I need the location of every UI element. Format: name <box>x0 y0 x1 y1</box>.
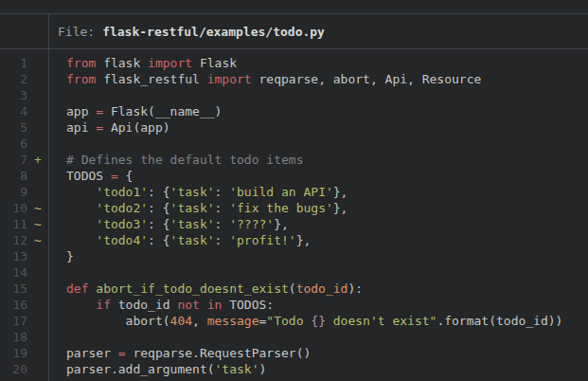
code-text: parser.add_argument('task') <box>48 361 266 377</box>
code-line: 19parser = reqparse.RequestParser() <box>0 345 588 361</box>
code-text: 'todo3': {'task': '????'}, <box>48 216 289 232</box>
code-text: 'todo4': {'task': 'profit!'}, <box>48 232 311 248</box>
line-number: 19 <box>0 345 27 361</box>
diff-marker-none <box>27 345 48 361</box>
line-number: 15 <box>0 281 27 297</box>
code-segment: todo_id <box>111 298 177 312</box>
code-line: 16 if todo_id not in TODOS: <box>0 297 588 313</box>
code-segment: 'todo3' <box>96 217 148 231</box>
code-text: def abort_if_todo_doesnt_exist(todo_id): <box>48 281 363 297</box>
code-text: from flask_restful import reqparse, abor… <box>48 71 481 87</box>
code-segment: Api(app) <box>103 120 169 135</box>
code-segment: todo_id <box>296 281 348 296</box>
code-segment: parser.add_argument( <box>66 362 215 376</box>
diff-marker-none <box>27 55 48 71</box>
code-segment: def <box>66 281 88 296</box>
code-segment: app <box>66 104 96 118</box>
diff-marker-none <box>27 87 48 103</box>
line-number: 3 <box>0 87 27 103</box>
code-text <box>48 329 66 345</box>
code-segment: }, <box>296 233 312 247</box>
code-segment <box>66 185 96 199</box>
code-segment <box>66 201 96 215</box>
code-line: 10~ 'todo2': {'task': 'fix the bugs'}, <box>0 200 588 216</box>
code-segment: from <box>66 56 96 70</box>
code-text <box>48 87 66 103</box>
code-segment: : <box>215 201 230 215</box>
diff-marker-none <box>27 313 48 329</box>
diff-marker-modified: ~ <box>27 232 48 248</box>
code-segment: } <box>66 249 74 263</box>
code-segment: 'fix the bugs' <box>229 201 333 215</box>
line-number: 12 <box>0 232 27 248</box>
line-number: 8 <box>0 168 27 184</box>
diff-marker-none <box>27 297 48 313</box>
line-number: 6 <box>0 136 27 152</box>
code-segment: : { <box>148 185 169 199</box>
code-segment: : { <box>148 233 169 247</box>
code-segment: }, <box>333 201 348 215</box>
line-number: 9 <box>0 184 27 200</box>
code-line: 18 <box>0 329 588 345</box>
code-segment: flask_restful <box>96 72 206 86</box>
code-segment: 'todo4' <box>96 233 148 247</box>
code-line: 13} <box>0 248 588 264</box>
diff-marker-none <box>27 119 48 136</box>
code-segment: 'todo2' <box>96 201 148 215</box>
code-segment: { <box>118 169 134 183</box>
diff-marker-none <box>27 103 48 119</box>
code-text: abort(404, message="Todo {} doesn't exis… <box>48 313 562 329</box>
code-segment <box>66 233 96 247</box>
code-segment: .format(todo_id)) <box>437 314 562 328</box>
code-segment: : { <box>148 201 169 215</box>
code-area: 1from flask import Flask2from flask_rest… <box>0 49 588 377</box>
code-segment: parser <box>66 346 118 360</box>
code-line: 11~ 'todo3': {'task': '????'}, <box>0 216 588 232</box>
diff-marker-none <box>27 361 48 377</box>
code-segment: abort( <box>66 314 170 328</box>
diff-marker-none <box>27 168 48 184</box>
diff-marker-none <box>27 248 48 264</box>
diff-marker-added: + <box>27 152 48 168</box>
code-line: 7+# Defines the default todo items <box>0 152 588 168</box>
code-segment: TODOS <box>66 169 111 183</box>
line-number: 13 <box>0 248 27 264</box>
line-number: 20 <box>0 361 27 377</box>
code-segment: reqparse, abort, Api, Resource <box>252 72 482 86</box>
line-number: 16 <box>0 297 27 313</box>
code-segment: "Todo <box>266 314 311 328</box>
code-line: 15def abort_if_todo_doesnt_exist(todo_id… <box>0 281 588 297</box>
code-segment: ) <box>259 362 267 376</box>
code-segment <box>66 217 96 231</box>
code-segment: '????' <box>229 217 274 231</box>
line-number: 11 <box>0 216 27 232</box>
code-segment <box>66 298 96 312</box>
top-margin <box>0 0 588 13</box>
code-segment: 'todo1' <box>96 185 148 199</box>
code-line: 14 <box>0 264 588 281</box>
code-segment: }, <box>274 217 289 231</box>
code-segment: , <box>192 314 207 328</box>
code-text: # Defines the default todo items <box>48 152 303 168</box>
code-text: 'todo2': {'task': 'fix the bugs'}, <box>48 200 347 216</box>
code-viewer-window: File: flask-restful/examples/todo.py 1fr… <box>0 0 588 381</box>
code-line: 3 <box>0 87 588 103</box>
code-line: 12~ 'todo4': {'task': 'profit!'}, <box>0 232 588 248</box>
code-segment: api <box>66 120 96 135</box>
diff-marker-none <box>27 184 48 200</box>
code-text: app = Flask(__name__) <box>48 103 222 119</box>
code-segment: from <box>66 72 96 86</box>
code-line: 9 'todo1': {'task': 'build an API'}, <box>0 184 588 200</box>
code-text <box>48 136 66 152</box>
code-segment: ): <box>347 281 363 296</box>
line-number: 1 <box>0 55 27 71</box>
file-path: flask-restful/examples/todo.py <box>102 25 325 39</box>
gutter-separator <box>48 13 49 381</box>
code-segment: : { <box>148 217 169 231</box>
code-segment: = <box>118 346 126 360</box>
code-segment: 'profit!' <box>229 233 295 247</box>
code-segment: 'task' <box>170 233 215 247</box>
line-number: 2 <box>0 71 27 87</box>
code-text: } <box>48 248 74 264</box>
diff-marker-none <box>27 281 48 297</box>
